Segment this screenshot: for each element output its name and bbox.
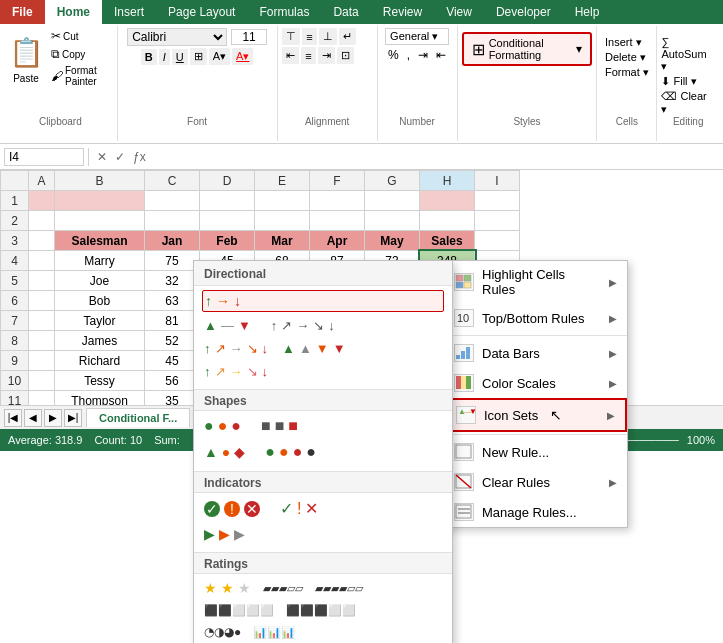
cell-f2[interactable] [310,211,365,231]
align-bottom-button[interactable]: ⊥ [319,28,337,45]
cell-a8[interactable] [29,331,55,351]
formula-input[interactable] [150,149,719,165]
cell-b4[interactable]: Marry [55,251,145,271]
row-header-1[interactable]: 1 [1,191,29,211]
cell-c6[interactable]: 63 [145,291,200,311]
tab-page-layout[interactable]: Page Layout [156,0,247,24]
data-bars-item[interactable]: Data Bars [444,338,627,368]
cell-c10[interactable]: 56 [145,371,200,391]
cell-i3[interactable] [475,231,520,251]
formula-confirm-icon[interactable]: ✓ [115,150,125,164]
cell-i2[interactable] [475,211,520,231]
ratings-row-1[interactable]: ★ ★ ★ ▰▰▰▱▱ ▰▰▰▰▱▱ [202,578,444,598]
new-rule-item[interactable]: New Rule... [444,437,627,467]
tab-insert[interactable]: Insert [102,0,156,24]
cell-b8[interactable]: James [55,331,145,351]
cell-c4[interactable]: 75 [145,251,200,271]
directional-row-1[interactable]: ↑ → ↓ [202,290,444,312]
prev-sheet-button[interactable]: ◀ [24,409,42,427]
cut-button[interactable]: ✂ Cut [48,28,113,44]
row-header-8[interactable]: 8 [1,331,29,351]
col-header-b[interactable]: B [55,171,145,191]
cell-a4[interactable] [29,251,55,271]
cell-a7[interactable] [29,311,55,331]
cell-a10[interactable] [29,371,55,391]
row-header-4[interactable]: 4 [1,251,29,271]
cell-b5[interactable]: Joe [55,271,145,291]
next-sheet-button[interactable]: ▶ [44,409,62,427]
col-header-f[interactable]: F [310,171,365,191]
row-header-6[interactable]: 6 [1,291,29,311]
shapes-row-1[interactable]: ● ● ● ■ ■ ■ [202,415,444,437]
number-format-select[interactable]: General ▾ [385,28,449,45]
conditional-formatting-button[interactable]: ⊞ Conditional Formatting ▾ [462,32,593,66]
row-header-3[interactable]: 3 [1,231,29,251]
row-header-7[interactable]: 7 [1,311,29,331]
cell-i1[interactable] [475,191,520,211]
top-bottom-rules-item[interactable]: 10 Top/Bottom Rules [444,303,627,333]
col-header-h[interactable]: H [420,171,475,191]
tab-home[interactable]: Home [45,0,102,24]
cell-a6[interactable] [29,291,55,311]
cell-b7[interactable]: Taylor [55,311,145,331]
first-sheet-button[interactable]: |◀ [4,409,22,427]
last-sheet-button[interactable]: ▶| [64,409,82,427]
underline-button[interactable]: U [172,49,188,65]
format-cells-button[interactable]: Format ▾ [605,66,649,79]
directional-row-2[interactable]: ▲ — ▼ ↑ ↗ → ↘ ↓ [202,316,444,335]
fill-color-button[interactable]: A▾ [209,48,230,65]
italic-button[interactable]: I [159,49,170,65]
col-header-a[interactable]: A [29,171,55,191]
comma-button[interactable]: , [404,47,413,63]
align-center-button[interactable]: ≡ [301,47,315,64]
align-middle-button[interactable]: ≡ [302,28,316,45]
tab-formulas[interactable]: Formulas [247,0,321,24]
ratings-row-3[interactable]: ◔◑◕● 📊📊📊 [202,623,444,641]
active-sheet-tab[interactable]: Conditional F... [86,408,190,427]
cell-g2[interactable] [365,211,420,231]
increase-decimal-button[interactable]: ⇥ [415,47,431,63]
align-top-button[interactable]: ⊤ [282,28,300,45]
cell-b3[interactable]: Salesman [55,231,145,251]
tab-file[interactable]: File [0,0,45,24]
cell-c5[interactable]: 32 [145,271,200,291]
cell-g3[interactable]: May [365,231,420,251]
cell-e1[interactable] [255,191,310,211]
align-right-button[interactable]: ⇥ [318,47,335,64]
ratings-row-2[interactable]: ⬛⬛⬜⬜⬜ ⬛⬛⬛⬜⬜ [202,602,444,619]
cell-d1[interactable] [200,191,255,211]
color-scales-item[interactable]: Color Scales [444,368,627,398]
icon-sets-item[interactable]: ▲—▼ Icon Sets ↖ [444,398,627,432]
cell-a2[interactable] [29,211,55,231]
font-color-button[interactable]: A▾ [232,48,253,65]
cell-h1[interactable] [420,191,475,211]
row-header-2[interactable]: 2 [1,211,29,231]
cell-g1[interactable] [365,191,420,211]
cell-b9[interactable]: Richard [55,351,145,371]
cell-d3[interactable]: Feb [200,231,255,251]
cell-d2[interactable] [200,211,255,231]
manage-rules-item[interactable]: Manage Rules... [444,497,627,527]
tab-help[interactable]: Help [563,0,612,24]
cell-reference-input[interactable] [4,148,84,166]
tab-view[interactable]: View [434,0,484,24]
autosum-button[interactable]: ∑ AutoSum ▾ [661,36,715,73]
col-header-e[interactable]: E [255,171,310,191]
cell-a5[interactable] [29,271,55,291]
font-size-input[interactable] [231,29,267,45]
delete-cells-button[interactable]: Delete ▾ [605,51,649,64]
insert-cells-button[interactable]: Insert ▾ [605,36,649,49]
tab-review[interactable]: Review [371,0,434,24]
clear-rules-item[interactable]: Clear Rules [444,467,627,497]
cell-e3[interactable]: Mar [255,231,310,251]
cell-a1[interactable] [29,191,55,211]
cell-b10[interactable]: Tessy [55,371,145,391]
directional-row-3[interactable]: ↑ ↗ → ↘ ↓ ▲ ▲ ▼ ▼ [202,339,444,358]
bold-button[interactable]: B [141,49,157,65]
col-header-g[interactable]: G [365,171,420,191]
col-header-c[interactable]: C [145,171,200,191]
row-header-5[interactable]: 5 [1,271,29,291]
row-header-10[interactable]: 10 [1,371,29,391]
align-left-button[interactable]: ⇤ [282,47,299,64]
cell-c1[interactable] [145,191,200,211]
